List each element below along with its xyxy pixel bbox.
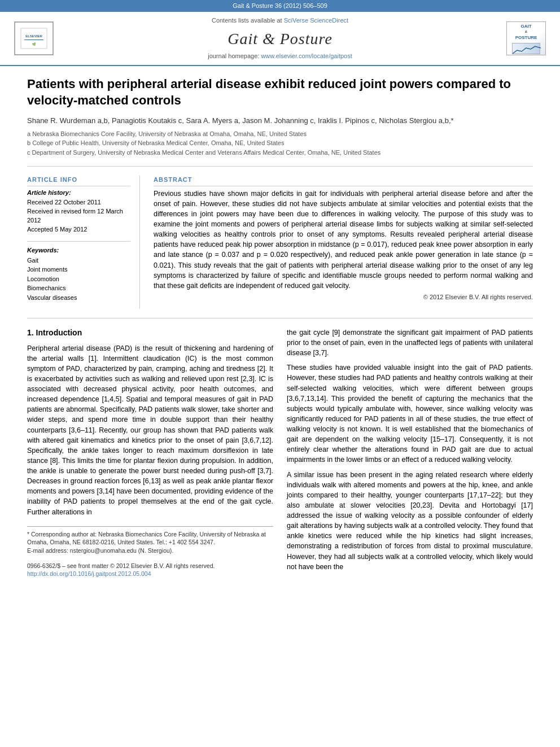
- received-revised-date: Received in revised form 12 March 2012: [27, 207, 130, 225]
- gait-posture-logo: GAIT & POSTURE: [504, 21, 549, 55]
- elsevier-logo: ELSEVIER 🌿: [11, 21, 56, 55]
- contents-text: Contents lists available at: [212, 17, 284, 24]
- keywords-label: Keywords:: [27, 246, 130, 255]
- main-content: Patients with peripheral arterial diseas…: [0, 66, 560, 588]
- homepage-label: journal homepage:: [208, 53, 259, 59]
- body-columns: 1. Introduction Peripheral arterial dise…: [27, 327, 533, 578]
- abstract-text: Previous studies have shown major defici…: [154, 189, 533, 291]
- svg-rect-2: [24, 40, 43, 40]
- abstract-label: ABSTRACT: [154, 176, 533, 186]
- divider-body: [27, 318, 533, 318]
- intro-para2: the gait cycle [9] demonstrate the signi…: [287, 327, 533, 358]
- intro-heading: 1. Introduction: [27, 327, 273, 339]
- authors: Shane R. Wurdeman a,b, Panagiotis Koutak…: [27, 116, 533, 126]
- keyword-4: Biomechanics: [27, 284, 130, 292]
- journal-citation: Gait & Posture 36 (2012) 506–509: [233, 2, 327, 9]
- svg-text:🌿: 🌿: [32, 42, 36, 46]
- keywords-section: Keywords: Gait Joint moments Locomotion …: [27, 246, 130, 302]
- article-info-col: ARTICLE INFO Article history: Received 2…: [27, 176, 140, 309]
- footnote-area: * Corresponding author at: Nebraska Biom…: [27, 526, 273, 555]
- keyword-2: Joint moments: [27, 265, 130, 274]
- received-date: Received 22 October 2011: [27, 198, 130, 207]
- footnote-corresponding: * Corresponding author at: Nebraska Biom…: [27, 530, 273, 547]
- affiliations: a Nebraska Biomechanics Core Facility, U…: [27, 129, 533, 158]
- intro-para4: A similar issue has been present in the …: [287, 470, 533, 572]
- history-label: Article history:: [27, 189, 130, 197]
- body-right-col: the gait cycle [9] demonstrate the signi…: [287, 327, 533, 578]
- affiliation-c: c Department of Surgery, University of N…: [27, 148, 533, 158]
- affiliation-b: b College of Public Health, University o…: [27, 138, 533, 148]
- intro-para1: Peripheral arterial disease (PAD) is the…: [27, 343, 273, 517]
- journal-title: Gait & Posture: [56, 28, 504, 50]
- sciverse-link[interactable]: SciVerse ScienceDirect: [284, 17, 348, 24]
- intro-para3: These studies have provided valuable ins…: [287, 362, 533, 465]
- top-bar: Gait & Posture 36 (2012) 506–509: [0, 0, 560, 12]
- svg-text:ELSEVIER: ELSEVIER: [25, 34, 42, 38]
- footnote-email: E-mail address: nstergiou@unomaha.edu (N…: [27, 547, 273, 555]
- divider-top: [27, 166, 533, 167]
- keyword-3: Locomotion: [27, 275, 130, 283]
- body-left-col: 1. Introduction Peripheral arterial dise…: [27, 327, 273, 578]
- journal-homepage: journal homepage: www.elsevier.com/locat…: [56, 52, 504, 60]
- accepted-date: Accepted 5 May 2012: [27, 225, 130, 234]
- doi-url[interactable]: http://dx.doi.org/10.1016/j.gaitpost.201…: [27, 570, 151, 577]
- homepage-url[interactable]: www.elsevier.com/locate/gaitpost: [261, 53, 352, 59]
- keyword-5: Vascular diseases: [27, 294, 130, 302]
- contents-line: Contents lists available at SciVerse Sci…: [56, 16, 504, 25]
- keyword-1: Gait: [27, 256, 130, 265]
- footnote-email-text: E-mail address: nstergiou@unomaha.edu (N…: [27, 547, 173, 554]
- article-info-section: ARTICLE INFO Article history: Received 2…: [27, 176, 130, 234]
- issn-text: 0966-6362/$ – see front matter © 2012 El…: [27, 562, 273, 570]
- divider-keywords: [27, 241, 130, 242]
- doi-link: http://dx.doi.org/10.1016/j.gaitpost.201…: [27, 570, 273, 578]
- elsevier-logo-icon: ELSEVIER 🌿: [20, 27, 48, 50]
- article-title: Patients with peripheral arterial diseas…: [27, 76, 533, 108]
- bottom-bar: 0966-6362/$ – see front matter © 2012 El…: [27, 562, 273, 578]
- affiliation-a: a Nebraska Biomechanics Core Facility, U…: [27, 129, 533, 139]
- two-col-layout: ARTICLE INFO Article history: Received 2…: [27, 176, 533, 309]
- abstract-col: ABSTRACT Previous studies have shown maj…: [154, 176, 533, 309]
- abstract-copyright: © 2012 Elsevier B.V. All rights reserved…: [154, 293, 533, 302]
- article-info-label: ARTICLE INFO: [27, 176, 130, 186]
- authors-text: Shane R. Wurdeman a,b, Panagiotis Koutak…: [27, 116, 454, 125]
- journal-header-center: Contents lists available at SciVerse Sci…: [56, 16, 504, 60]
- journal-header: ELSEVIER 🌿 Contents lists available at S…: [0, 12, 560, 66]
